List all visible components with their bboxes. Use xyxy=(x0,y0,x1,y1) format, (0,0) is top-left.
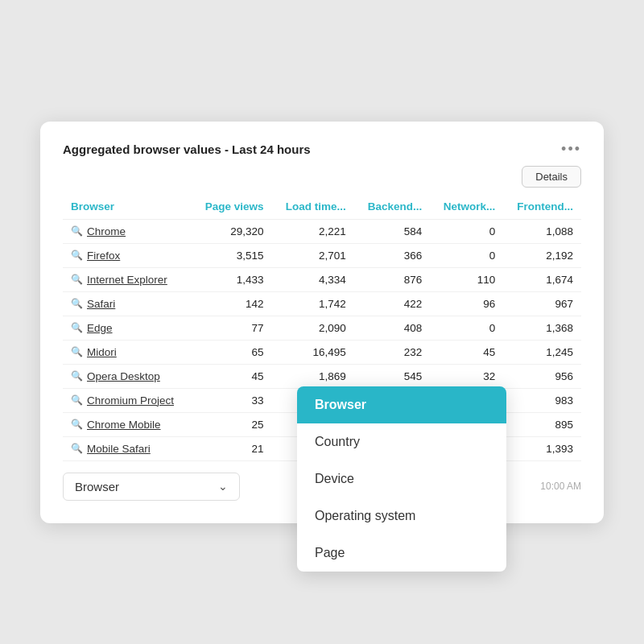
table-row: 🔍 Safari 142 1,742 422 96 967 xyxy=(63,291,581,316)
cell-browser: 🔍 Opera Desktop xyxy=(63,364,192,388)
cell-browser: 🔍 Edge xyxy=(63,316,192,340)
cell-loadtime: 16,495 xyxy=(271,340,353,364)
more-options-icon[interactable]: ••• xyxy=(561,141,581,158)
cell-backend: 545 xyxy=(354,364,430,388)
search-icon: 🔍 xyxy=(71,443,83,454)
cell-browser: 🔍 Firefox xyxy=(63,243,192,267)
browser-link[interactable]: Safari xyxy=(87,298,115,310)
cell-pageviews: 65 xyxy=(192,340,272,364)
cell-pageviews: 25 xyxy=(192,412,272,436)
browser-link[interactable]: Firefox xyxy=(87,250,120,262)
cell-frontend: 1,245 xyxy=(503,340,581,364)
cell-pageviews: 77 xyxy=(192,316,272,340)
search-icon: 🔍 xyxy=(71,419,83,430)
cell-pageviews: 1,433 xyxy=(192,267,272,291)
browser-link[interactable]: Chromium Project xyxy=(87,394,174,407)
col-backend: Backend... xyxy=(354,196,430,220)
details-btn-row: Details xyxy=(63,166,581,188)
card-title: Aggregated browser values - Last 24 hour… xyxy=(63,142,311,156)
cell-backend: 366 xyxy=(354,243,430,267)
col-loadtime: Load time... xyxy=(271,196,353,220)
dropdown-item[interactable]: Browser xyxy=(297,386,506,423)
search-icon: 🔍 xyxy=(71,346,83,357)
cell-browser: 🔍 Midori xyxy=(63,340,192,364)
details-button[interactable]: Details xyxy=(522,166,581,188)
cell-loadtime: 1,869 xyxy=(271,364,353,388)
cell-frontend: 895 xyxy=(503,412,581,436)
browser-link[interactable]: Chrome Mobile xyxy=(87,419,161,431)
table-row: 🔍 Midori 65 16,495 232 45 1,245 xyxy=(63,340,581,364)
cell-network: 110 xyxy=(430,267,503,291)
table-header-row: Browser Page views Load time... Backend.… xyxy=(63,196,581,220)
cell-pageviews: 21 xyxy=(192,436,272,460)
table-row: 🔍 Firefox 3,515 2,701 366 0 2,192 xyxy=(63,243,581,267)
dropdown-popup: BrowserCountryDeviceOperating systemPage xyxy=(297,386,506,572)
cell-frontend: 956 xyxy=(503,364,581,388)
table-row: 🔍 Opera Desktop 45 1,869 545 32 956 xyxy=(63,364,581,388)
dropdown-item[interactable]: Operating system xyxy=(297,497,506,535)
cell-network: 96 xyxy=(430,291,503,316)
cell-pageviews: 142 xyxy=(192,291,272,316)
browser-link[interactable]: Chrome xyxy=(87,225,126,237)
cell-pageviews: 33 xyxy=(192,388,272,412)
cell-loadtime: 2,701 xyxy=(271,243,353,267)
cell-loadtime: 2,221 xyxy=(271,219,353,243)
cell-network: 32 xyxy=(430,364,503,388)
col-frontend: Frontend... xyxy=(503,196,581,220)
browser-link[interactable]: Edge xyxy=(87,322,113,334)
search-icon: 🔍 xyxy=(71,274,83,285)
browser-link[interactable]: Mobile Safari xyxy=(87,443,151,455)
dropdown-trigger-label: Browser xyxy=(75,480,119,493)
cell-browser: 🔍 Mobile Safari xyxy=(63,436,192,460)
cell-frontend: 1,393 xyxy=(503,436,581,460)
cell-frontend: 1,088 xyxy=(503,219,581,243)
browser-link[interactable]: Opera Desktop xyxy=(87,370,160,382)
cell-network: 0 xyxy=(430,316,503,340)
search-icon: 🔍 xyxy=(71,225,83,237)
cell-network: 45 xyxy=(430,340,503,364)
cell-backend: 408 xyxy=(354,316,430,340)
table-row: 🔍 Edge 77 2,090 408 0 1,368 xyxy=(63,316,581,340)
cell-browser: 🔍 Chrome xyxy=(63,219,192,243)
search-icon: 🔍 xyxy=(71,394,83,406)
cell-frontend: 983 xyxy=(503,388,581,412)
dropdown-item[interactable]: Device xyxy=(297,460,506,497)
cell-pageviews: 3,515 xyxy=(192,243,272,267)
cell-browser: 🔍 Safari xyxy=(63,291,192,316)
table-row: 🔍 Internet Explorer 1,433 4,334 876 110 … xyxy=(63,267,581,291)
dropdown-item[interactable]: Country xyxy=(297,423,506,460)
cell-backend: 876 xyxy=(354,267,430,291)
timestamp: 10:00 AM xyxy=(540,481,581,492)
cell-frontend: 2,192 xyxy=(503,243,581,267)
cell-browser: 🔍 Internet Explorer xyxy=(63,267,192,291)
dropdown-item[interactable]: Page xyxy=(297,535,506,572)
dropdown-trigger[interactable]: Browser ⌄ xyxy=(63,473,240,501)
table-row: 🔍 Chrome 29,320 2,221 584 0 1,088 xyxy=(63,219,581,243)
col-browser: Browser xyxy=(63,196,192,220)
card-header: Aggregated browser values - Last 24 hour… xyxy=(63,141,581,158)
cell-frontend: 1,368 xyxy=(503,316,581,340)
cell-loadtime: 4,334 xyxy=(271,267,353,291)
cell-backend: 232 xyxy=(354,340,430,364)
cell-backend: 584 xyxy=(354,219,430,243)
chevron-down-icon: ⌄ xyxy=(218,480,228,493)
cell-loadtime: 1,742 xyxy=(271,291,353,316)
cell-backend: 422 xyxy=(354,291,430,316)
cell-pageviews: 29,320 xyxy=(192,219,272,243)
cell-frontend: 1,674 xyxy=(503,267,581,291)
cell-browser: 🔍 Chrome Mobile xyxy=(63,412,192,436)
browser-link[interactable]: Internet Explorer xyxy=(87,274,167,286)
browser-link[interactable]: Midori xyxy=(87,346,117,358)
search-icon: 🔍 xyxy=(71,298,83,309)
cell-loadtime: 2,090 xyxy=(271,316,353,340)
col-pageviews: Page views xyxy=(192,196,272,220)
cell-browser: 🔍 Chromium Project xyxy=(63,388,192,412)
search-icon: 🔍 xyxy=(71,322,83,333)
search-icon: 🔍 xyxy=(71,370,83,382)
col-network: Network... xyxy=(430,196,503,220)
cell-network: 0 xyxy=(430,219,503,243)
search-icon: 🔍 xyxy=(71,250,83,261)
cell-frontend: 967 xyxy=(503,291,581,316)
cell-network: 0 xyxy=(430,243,503,267)
cell-pageviews: 45 xyxy=(192,364,272,388)
